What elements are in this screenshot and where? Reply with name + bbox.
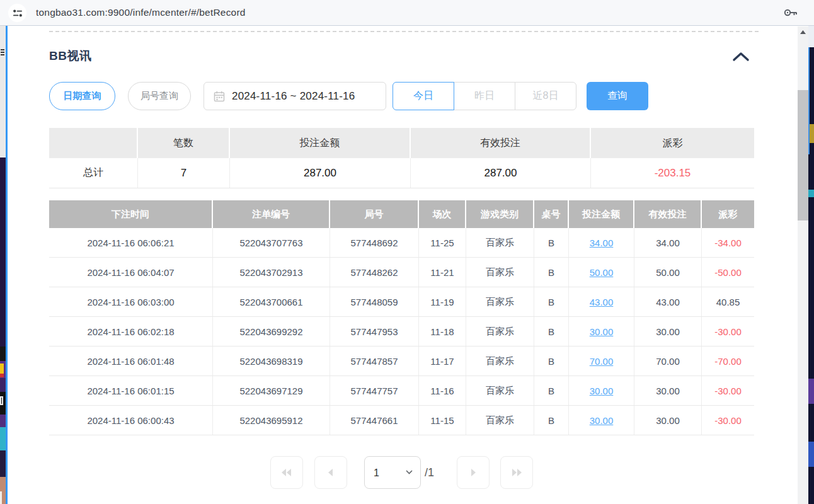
cell-valid-bet: 30.00 xyxy=(634,406,702,435)
summary-total-row: 总计 7 287.00 287.00 -203.15 xyxy=(49,158,754,188)
cell-valid-bet: 34.00 xyxy=(634,228,702,257)
last-page-button[interactable] xyxy=(500,456,533,489)
today-button[interactable]: 今日 xyxy=(393,82,454,110)
cell-session: 11-19 xyxy=(419,287,466,316)
page-select-wrap: 1 xyxy=(364,456,421,489)
table-header-row: 下注时间 注单编号 局号 场次 游戏类别 桌号 投注金额 有效投注 派彩 xyxy=(49,200,754,228)
header-bet-time: 下注时间 xyxy=(49,200,213,228)
cell-round-no: 577448692 xyxy=(330,228,419,257)
right-triangle-icon xyxy=(469,468,478,477)
next-page-button[interactable] xyxy=(457,456,490,489)
cell-session: 11-16 xyxy=(419,376,466,405)
cell-bet-time: 2024-11-16 06:01:15 xyxy=(49,376,213,405)
browser-url[interactable]: tongbao31.com:9900/infe/mcenter/#/betRec… xyxy=(36,0,246,25)
today-label: 今日 xyxy=(413,89,433,103)
date-range-picker[interactable]: 2024-11-16 ~ 2024-11-16 xyxy=(203,82,386,110)
cell-valid-bet: 30.00 xyxy=(634,376,702,405)
bet-amount-link[interactable]: 30.00 xyxy=(590,386,614,396)
cell-bet-time: 2024-11-16 06:03:00 xyxy=(49,287,213,316)
double-right-triangle-icon xyxy=(511,468,522,477)
cell-bet-time: 2024-11-16 06:06:21 xyxy=(49,228,213,257)
bet-amount-link[interactable]: 70.00 xyxy=(590,356,614,367)
scroll-up-arrow-icon xyxy=(800,30,806,34)
date-query-tab[interactable]: 日期查询 xyxy=(49,82,115,110)
scrollbar-thumb[interactable] xyxy=(798,90,808,220)
cell-game-type: 百家乐 xyxy=(466,317,534,346)
previous-page-button[interactable] xyxy=(314,456,347,489)
cell-valid-bet: 30.00 xyxy=(634,317,702,346)
bet-amount-link[interactable]: 30.00 xyxy=(590,326,614,337)
cell-round-no: 577447953 xyxy=(330,317,419,346)
cell-bet-time: 2024-11-16 06:02:18 xyxy=(49,317,213,346)
summary-header-blank xyxy=(49,128,138,158)
page-select[interactable]: 1 xyxy=(364,456,421,489)
header-game-type: 游戏类别 xyxy=(466,200,534,228)
summary-header-count: 笔数 xyxy=(138,128,230,158)
summary-total-label: 总计 xyxy=(49,158,138,188)
cell-order-no: 522043700661 xyxy=(213,287,330,316)
site-info-button[interactable] xyxy=(8,4,26,22)
header-valid-bet: 有效投注 xyxy=(634,200,702,228)
cell-table-no: B xyxy=(534,228,569,257)
background-page-fragment-left xyxy=(0,26,6,504)
round-query-tab[interactable]: 局号查询 xyxy=(128,82,191,110)
password-key-button[interactable] xyxy=(783,6,798,19)
cell-payout: -70.00 xyxy=(702,346,754,375)
cell-session: 11-15 xyxy=(419,406,466,435)
left-edge-text-fragment xyxy=(1,49,4,50)
cell-payout: -30.00 xyxy=(702,406,754,435)
cell-game-type: 百家乐 xyxy=(466,406,534,435)
bet-record-panel: BB视讯 日期查询 局号查询 2024-11-16 ~ 2024 xyxy=(8,26,798,504)
summary-header-bet-amount: 投注金额 xyxy=(230,128,411,158)
summary-payout-value: -203.15 xyxy=(591,158,754,188)
collapse-section-button[interactable] xyxy=(731,50,751,64)
cell-payout: -50.00 xyxy=(702,258,754,287)
cell-bet-time: 2024-11-16 06:00:43 xyxy=(49,406,213,435)
screen: tongbao31.com:9900/infe/mcenter/#/betRec… xyxy=(0,0,814,504)
left-triangle-icon xyxy=(326,468,335,477)
cell-order-no: 522043695912 xyxy=(213,406,330,435)
cell-game-type: 百家乐 xyxy=(466,228,534,257)
page-title: BB视讯 xyxy=(49,48,91,64)
cell-round-no: 577448262 xyxy=(330,258,419,287)
summary-header-row: 笔数 投注金额 有效投注 派彩 xyxy=(49,128,754,158)
double-left-triangle-icon xyxy=(281,468,292,477)
table-row: 2024-11-16 06:03:00 522043700661 5774480… xyxy=(49,287,754,317)
bet-amount-link[interactable]: 34.00 xyxy=(590,238,614,248)
scrollbar[interactable] xyxy=(798,26,808,504)
summary-count-value: 7 xyxy=(138,158,230,188)
summary-table: 笔数 投注金额 有效投注 派彩 总计 7 287.00 287.00 -203.… xyxy=(49,128,754,188)
search-button[interactable]: 查询 xyxy=(587,82,648,110)
cell-valid-bet: 50.00 xyxy=(634,258,702,287)
cell-payout: -30.00 xyxy=(702,376,754,405)
header-session: 场次 xyxy=(419,200,466,228)
bet-amount-link[interactable]: 50.00 xyxy=(590,267,614,278)
pagination: 1 /1 xyxy=(49,456,754,489)
section-divider-dashed xyxy=(49,31,759,32)
cell-session: 11-18 xyxy=(419,317,466,346)
cell-valid-bet: 43.00 xyxy=(634,287,702,316)
cell-bet-time: 2024-11-16 06:04:07 xyxy=(49,258,213,287)
quick-date-button-group: 今日 昨日 近8日 xyxy=(393,82,576,110)
cell-payout: -34.00 xyxy=(702,228,754,257)
table-row: 2024-11-16 06:06:21 522043707763 5774486… xyxy=(49,228,754,258)
last-8-days-button[interactable]: 近8日 xyxy=(515,82,576,110)
header-bet-amount: 投注金额 xyxy=(569,200,634,228)
summary-header-payout: 派彩 xyxy=(591,128,754,158)
yesterday-button[interactable]: 昨日 xyxy=(454,82,515,110)
cell-game-type: 百家乐 xyxy=(466,376,534,405)
page-total-label: /1 xyxy=(425,456,434,489)
chevron-up-icon xyxy=(732,52,750,62)
scrollbar-up-button[interactable] xyxy=(798,26,808,37)
first-page-button[interactable] xyxy=(270,456,303,489)
cell-game-type: 百家乐 xyxy=(466,287,534,316)
bet-amount-link[interactable]: 30.00 xyxy=(590,415,614,426)
header-table-no: 桌号 xyxy=(534,200,569,228)
tune-icon xyxy=(12,8,23,19)
cell-session: 11-17 xyxy=(419,346,466,375)
cell-table-no: B xyxy=(534,258,569,287)
bet-amount-link[interactable]: 43.00 xyxy=(590,297,614,307)
background-page-fragment-right xyxy=(808,26,814,504)
cell-table-no: B xyxy=(534,317,569,346)
address-bar: tongbao31.com:9900/infe/mcenter/#/betRec… xyxy=(0,0,814,26)
